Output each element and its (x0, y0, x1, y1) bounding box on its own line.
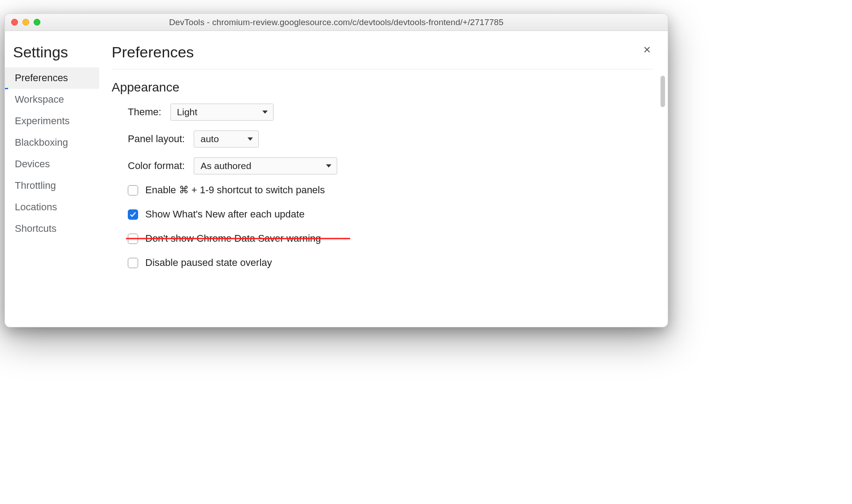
checkbox-icon[interactable] (128, 258, 138, 268)
sidebar-item-shortcuts[interactable]: Shortcuts (5, 218, 99, 239)
zoom-window-button[interactable] (34, 19, 40, 26)
checkbox-label: Disable paused state overlay (145, 257, 272, 269)
theme-value: Light (177, 107, 198, 117)
close-window-button[interactable] (11, 19, 18, 26)
page-title: Preferences (112, 43, 654, 70)
body: × Settings Preferences Workspace Experim… (5, 31, 668, 327)
color-format-label: Color format: (128, 160, 185, 172)
chevron-down-icon (326, 165, 331, 168)
sidebar-item-experiments[interactable]: Experiments (5, 110, 99, 132)
panel-layout-row: Panel layout: auto (128, 130, 654, 148)
checkbox-whats-new[interactable]: Show What's New after each update (128, 209, 654, 220)
section-appearance: Appearance (112, 80, 654, 95)
sidebar-item-devices[interactable]: Devices (5, 153, 99, 175)
checkbox-icon[interactable] (128, 185, 138, 196)
chevron-down-icon (248, 138, 253, 141)
sidebar-item-throttling[interactable]: Throttling (5, 175, 99, 196)
sidebar-heading: Settings (5, 43, 99, 67)
titlebar: DevTools - chromium-review.googlesource.… (5, 14, 668, 31)
color-format-value: As authored (200, 161, 251, 171)
checkbox-enable-shortcut[interactable]: Enable ⌘ + 1-9 shortcut to switch panels (128, 184, 654, 196)
minimize-window-button[interactable] (22, 19, 29, 26)
theme-row: Theme: Light (128, 104, 654, 121)
theme-select[interactable]: Light (170, 104, 274, 121)
sidebar-item-preferences[interactable]: Preferences (5, 67, 99, 89)
window-title: DevTools - chromium-review.googlesource.… (169, 17, 504, 27)
color-format-row: Color format: As authored (128, 157, 654, 174)
panel-layout-value: auto (200, 134, 219, 144)
sidebar-item-locations[interactable]: Locations (5, 196, 99, 218)
color-format-select[interactable]: As authored (194, 157, 337, 174)
checkbox-icon[interactable] (128, 209, 138, 220)
checkbox-label: Show What's New after each update (145, 209, 304, 220)
panel-layout-label: Panel layout: (128, 133, 185, 145)
checkbox-data-saver[interactable]: Don't show Chrome Data Saver warning (128, 233, 654, 244)
checkbox-paused-overlay[interactable]: Disable paused state overlay (128, 257, 654, 269)
sidebar-item-workspace[interactable]: Workspace (5, 89, 99, 110)
devtools-window: DevTools - chromium-review.googlesource.… (4, 13, 668, 327)
checkbox-label: Enable ⌘ + 1-9 shortcut to switch panels (145, 184, 325, 196)
content: Preferences Appearance Theme: Light Pane… (99, 31, 668, 327)
sidebar-item-blackboxing[interactable]: Blackboxing (5, 132, 99, 153)
traffic-lights (11, 19, 40, 26)
theme-label: Theme: (128, 106, 161, 118)
panel-layout-select[interactable]: auto (194, 130, 259, 148)
sidebar-items: Preferences Workspace Experiments Blackb… (5, 67, 99, 239)
strikethrough-annotation (126, 238, 350, 239)
sidebar: Settings Preferences Workspace Experimen… (5, 31, 99, 327)
chevron-down-icon (262, 111, 268, 114)
scrollbar[interactable] (661, 76, 665, 107)
